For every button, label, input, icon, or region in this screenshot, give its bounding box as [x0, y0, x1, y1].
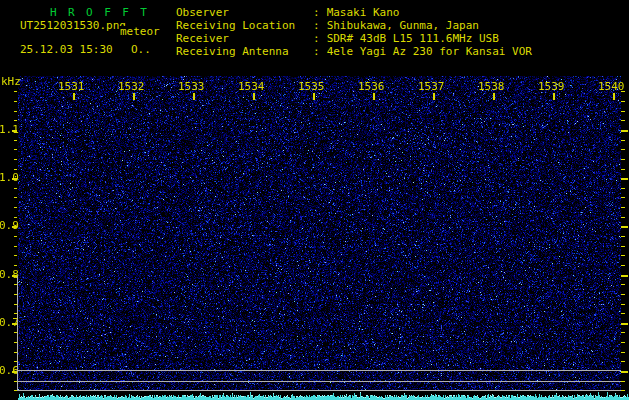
freq-minor-tick-right — [621, 169, 625, 170]
freq-tick-right — [621, 371, 628, 373]
carrier-line — [18, 370, 621, 371]
freq-minor-tick-right — [621, 120, 625, 121]
time-tick — [373, 93, 375, 100]
freq-minor-tick-right — [621, 101, 625, 102]
freq-minor-tick-right — [621, 304, 625, 305]
time-label: 1535 — [298, 81, 325, 93]
freq-minor-tick-left — [14, 111, 17, 112]
freq-minor-tick-left — [14, 101, 17, 102]
freq-minor-tick-right — [621, 294, 625, 295]
freq-minor-tick-left — [14, 255, 17, 256]
freq-minor-tick-left — [14, 188, 17, 189]
hrofft-window: H R O F F T UT2512031530.png meteor 25.1… — [0, 0, 629, 400]
time-label: 1531 — [58, 81, 85, 93]
freq-minor-tick-right — [621, 197, 625, 198]
freq-minor-tick-right — [621, 265, 625, 266]
freq-minor-tick-left — [14, 207, 17, 208]
time-tick — [493, 93, 495, 100]
freq-minor-tick-right — [621, 236, 625, 237]
time-label: 1533 — [178, 81, 205, 93]
freq-minor-tick-right — [621, 313, 625, 314]
time-label: 1539 — [538, 81, 565, 93]
freq-minor-tick-right — [621, 255, 625, 256]
meter-frame-left — [17, 276, 18, 391]
freq-minor-tick-right — [621, 390, 625, 391]
carrier-line — [18, 390, 621, 391]
time-label: 1534 — [238, 81, 265, 93]
time-tick — [133, 93, 135, 100]
freq-minor-tick-left — [14, 169, 17, 170]
freq-minor-tick-left — [14, 120, 17, 121]
axes-overlay: 1531153215331534153515361537153815391540… — [0, 0, 629, 400]
freq-minor-tick-right — [621, 188, 625, 189]
freq-minor-tick-right — [621, 361, 625, 362]
freq-minor-tick-left — [14, 149, 17, 150]
time-label: 1537 — [418, 81, 445, 93]
time-tick — [553, 93, 555, 100]
time-tick — [433, 93, 435, 100]
time-tick — [253, 93, 255, 100]
freq-tick-right — [621, 323, 628, 325]
time-label: 1538 — [478, 81, 505, 93]
freq-tick-right — [621, 130, 628, 132]
freq-minor-tick-right — [621, 342, 625, 343]
freq-minor-tick-right — [621, 332, 625, 333]
freq-minor-tick-right — [621, 207, 625, 208]
freq-tick-right — [621, 226, 628, 228]
freq-minor-tick-right — [621, 111, 625, 112]
freq-minor-tick-left — [14, 265, 17, 266]
freq-tick-left — [12, 178, 17, 180]
time-tick — [193, 93, 195, 100]
freq-minor-tick-right — [621, 91, 625, 92]
freq-minor-tick-right — [621, 149, 625, 150]
carrier-line — [18, 381, 621, 382]
freq-tick-left — [12, 226, 17, 228]
freq-minor-tick-left — [14, 140, 17, 141]
freq-minor-tick-right — [621, 381, 625, 382]
freq-axis-unit: kHz — [1, 76, 21, 88]
freq-tick-left — [12, 130, 17, 132]
time-label: 1536 — [358, 81, 385, 93]
time-tick — [73, 93, 75, 100]
time-tick — [313, 93, 315, 100]
freq-minor-tick-left — [14, 91, 17, 92]
freq-tick-right — [621, 178, 628, 180]
time-label: 1532 — [118, 81, 145, 93]
freq-minor-tick-right — [621, 217, 625, 218]
freq-minor-tick-left — [14, 236, 17, 237]
freq-tick-right — [621, 275, 628, 277]
freq-minor-tick-left — [14, 246, 17, 247]
freq-minor-tick-right — [621, 140, 625, 141]
freq-minor-tick-left — [14, 217, 17, 218]
freq-minor-tick-left — [14, 197, 17, 198]
freq-minor-tick-left — [14, 159, 17, 160]
freq-minor-tick-right — [621, 352, 625, 353]
freq-minor-tick-right — [621, 246, 625, 247]
time-tick — [613, 93, 615, 100]
freq-minor-tick-right — [621, 284, 625, 285]
freq-minor-tick-right — [621, 159, 625, 160]
